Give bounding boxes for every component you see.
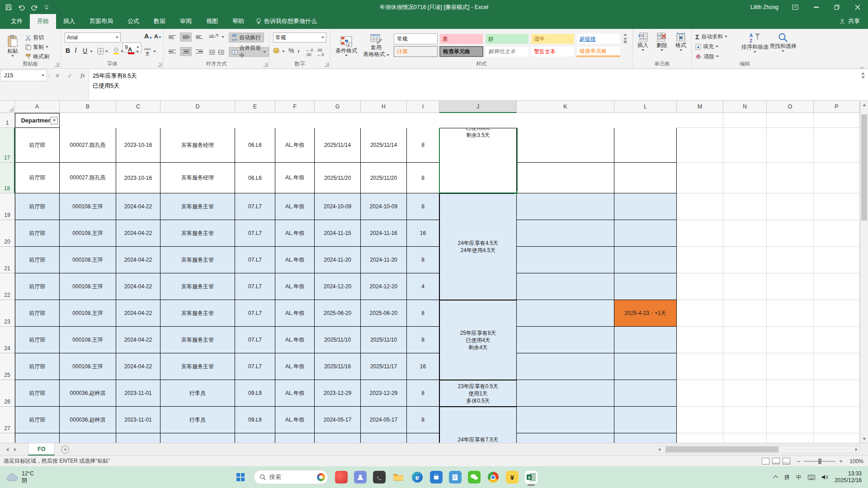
clear-button[interactable]: 清除 — [695, 52, 719, 61]
cell-C22[interactable]: 2024-04-22 — [116, 273, 160, 300]
user-name[interactable]: Lilith Zhong — [750, 4, 778, 10]
cell-E21[interactable]: 07.L7 — [235, 247, 275, 273]
empty-cell[interactable] — [723, 380, 767, 407]
ime-mode-icon[interactable]: 拼 — [784, 474, 790, 481]
cell-B18[interactable]: 000027.陈孔燕 — [60, 163, 116, 193]
format-cells-button[interactable]: 格式 — [672, 33, 690, 51]
empty-cell[interactable] — [767, 163, 814, 193]
cell-K23[interactable] — [517, 300, 614, 327]
cell-H20[interactable]: 2024-11-16 — [361, 220, 407, 247]
cell-E28[interactable] — [235, 433, 275, 443]
cell-B21[interactable]: 000108.王萍 — [60, 247, 116, 273]
empty-cell[interactable] — [814, 300, 860, 327]
row-header-17[interactable]: 17 — [0, 128, 15, 163]
empty-cell[interactable] — [814, 220, 860, 247]
align-right-icon[interactable] — [193, 47, 205, 56]
keyboard-icon[interactable] — [808, 475, 815, 480]
col-header-J[interactable]: J — [439, 101, 517, 113]
decrease-font-icon[interactable]: A▼ — [154, 33, 162, 40]
formula-input[interactable]: 25年应享有8.5天 已使用5天 — [89, 70, 858, 100]
file-explorer-icon[interactable] — [392, 471, 405, 483]
cell-D24[interactable]: 宾客服务主管 — [160, 327, 235, 353]
empty-cell[interactable] — [767, 193, 814, 220]
cell-D26[interactable]: 行李员 — [160, 380, 235, 407]
cell-H26[interactable]: 2023-12-29 — [361, 380, 407, 407]
cell-E26[interactable]: 09.L9 — [235, 380, 275, 407]
bold-button[interactable]: B — [66, 47, 70, 54]
cell-K22[interactable] — [517, 273, 614, 300]
cell-L24[interactable] — [614, 327, 677, 353]
col-header-O[interactable]: O — [767, 101, 814, 113]
cell-C21[interactable]: 2024-04-22 — [116, 247, 160, 273]
normal-view-icon[interactable] — [762, 458, 769, 465]
tab-formulas[interactable]: 公式 — [120, 14, 146, 29]
cell-D17[interactable]: 宾客服务经理 — [160, 128, 235, 163]
formula-bar-grip[interactable]: ⋮ — [47, 70, 52, 81]
cell-G21[interactable]: 2024-11-20 — [315, 247, 361, 273]
style-chip-linked-cell[interactable]: 链接单元格 — [576, 46, 620, 57]
cell-B28[interactable] — [60, 433, 116, 443]
cell-H17[interactable]: 2025/11/14 — [361, 128, 407, 163]
cell-E20[interactable]: 07.L7 — [235, 220, 275, 247]
cell-C25[interactable]: 2024-04-22 — [116, 353, 160, 380]
cell-B23[interactable]: 000108.王萍 — [60, 300, 116, 327]
empty-cell[interactable] — [677, 407, 723, 433]
col-header-G[interactable]: G — [315, 101, 361, 113]
chrome-icon[interactable] — [487, 471, 500, 483]
underline-button[interactable]: U — [83, 47, 87, 54]
cell-D27[interactable]: 行李员 — [160, 407, 235, 433]
cell-E19[interactable]: 07.L7 — [235, 193, 275, 220]
cell-D18[interactable]: 宾客服务经理 — [160, 163, 235, 193]
align-left-icon[interactable] — [166, 47, 178, 56]
zoom-slider-thumb[interactable] — [818, 459, 821, 464]
start-button[interactable] — [234, 471, 247, 483]
cell-H27[interactable]: 2024-05-17 — [361, 407, 407, 433]
row-header-21[interactable]: 21 — [0, 247, 15, 273]
fill-handle[interactable] — [515, 192, 518, 195]
empty-cell[interactable] — [723, 433, 767, 443]
cell-K27[interactable] — [517, 407, 614, 433]
vertical-scrollbar[interactable] — [860, 101, 868, 443]
style-chip-neutral[interactable]: 适中 — [531, 33, 575, 44]
cell-D19[interactable]: 宾客服务主管 — [160, 193, 235, 220]
add-sheet-icon[interactable]: + — [61, 446, 69, 454]
cell-C23[interactable]: 2024-04-22 — [116, 300, 160, 327]
empty-cell[interactable] — [723, 327, 767, 353]
minimize-button[interactable] — [806, 0, 826, 14]
cell-I21[interactable]: 8 — [407, 247, 439, 273]
empty-cell[interactable] — [767, 327, 814, 353]
sheet-nav-left-icon[interactable] — [6, 448, 9, 451]
cell-L28[interactable] — [614, 433, 677, 443]
col-header-E[interactable]: E — [235, 101, 275, 113]
cell-I20[interactable]: 16 — [407, 220, 439, 247]
hscroll-right-icon[interactable] — [855, 448, 858, 451]
cell-C19[interactable]: 2024-04-22 — [116, 193, 160, 220]
cell-C17[interactable]: 2023-10-16 — [116, 128, 160, 163]
cell-E17[interactable]: 06.L6 — [235, 128, 275, 163]
cell-K21[interactable] — [517, 247, 614, 273]
cell-E25[interactable]: 07.L7 — [235, 353, 275, 380]
empty-cell[interactable] — [814, 128, 860, 163]
customize-quick-access-icon[interactable] — [44, 5, 49, 9]
bottom-align-icon[interactable] — [193, 33, 205, 42]
row-header-18[interactable]: 18 — [0, 163, 15, 193]
excel-app-icon[interactable]: X — [525, 471, 538, 483]
cell-L18[interactable] — [614, 163, 677, 193]
empty-cell[interactable] — [677, 273, 723, 300]
tab-view[interactable]: 视图 — [199, 14, 225, 29]
cell-A19[interactable]: 前厅部 — [15, 193, 60, 220]
cell-I22[interactable]: 4 — [407, 273, 439, 300]
zoom-in-icon[interactable]: + — [839, 458, 843, 465]
zoom-level[interactable]: 100% — [843, 458, 863, 465]
cell-B20[interactable]: 000108.王萍 — [60, 220, 116, 247]
row-header-27[interactable]: 27 — [0, 407, 15, 433]
cell-H25[interactable]: 2025/11/17 — [361, 353, 407, 380]
cell-L17[interactable] — [614, 128, 677, 163]
row-header-19[interactable]: 19 — [0, 193, 15, 220]
cell-A18[interactable]: 前厅部 — [15, 163, 60, 193]
cell-L21[interactable] — [614, 247, 677, 273]
cell-H22[interactable]: 2024-12-20 — [361, 273, 407, 300]
search-camera-icon[interactable] — [317, 473, 325, 481]
select-all-corner[interactable] — [0, 101, 15, 113]
col-header-C[interactable]: C — [116, 101, 160, 113]
